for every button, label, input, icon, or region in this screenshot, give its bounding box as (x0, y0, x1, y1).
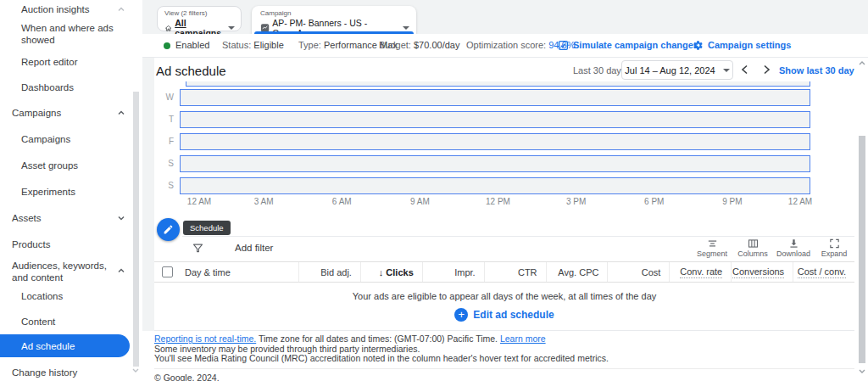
time-axis: 12 AM 3 AM 6 AM 9 AM 12 PM 3 PM 6 PM 9 P… (186, 197, 810, 208)
sidebar-item-when-and-where-ads-showed[interactable]: When and where ads showed (0, 22, 142, 56)
status-field: Status: Eligible (222, 34, 284, 57)
left-navigation: Auction insights When and where ads show… (0, 0, 142, 381)
columns-button[interactable]: Columns (732, 238, 773, 258)
axis-tick: 9 PM (722, 197, 742, 206)
campaign-settings-button[interactable]: Campaign settings (693, 34, 791, 57)
campaign-dropdown[interactable]: Campaign AP- PM- Banners - US - GroupAny (252, 6, 416, 34)
sidebar-section-campaigns[interactable]: Campaigns (0, 107, 142, 133)
columns-icon (747, 238, 760, 249)
sidebar-item-dashboards[interactable]: Dashboards (0, 81, 142, 107)
column-cost[interactable]: Cost (607, 262, 669, 282)
filter-icon[interactable] (192, 242, 204, 255)
next-period-button[interactable] (763, 64, 771, 75)
reporting-link[interactable]: Reporting is not real-time. (154, 333, 256, 344)
column-cost-per-conv[interactable]: Cost / conv. (793, 262, 854, 282)
day-label: W (154, 89, 180, 106)
scroll-up-icon[interactable] (858, 60, 866, 66)
dropdown-caret-icon (403, 26, 409, 30)
sidebar-item-auction-insights[interactable]: Auction insights (0, 3, 142, 22)
axis-tick: 3 PM (566, 197, 586, 206)
sidebar-item-products[interactable]: Products (0, 238, 142, 260)
enabled-status[interactable]: Enabled (164, 34, 209, 57)
download-button[interactable]: Download (773, 238, 814, 258)
copyright: © Google, 2024. (154, 373, 854, 381)
sidebar-section-assets[interactable]: Assets (0, 212, 142, 238)
schedule-bar (180, 155, 810, 172)
sidebar-item-experiments[interactable]: Experiments (0, 186, 142, 212)
schedule-bar (180, 111, 810, 128)
scroll-down-icon[interactable] (131, 367, 140, 373)
chevron-down-icon (117, 214, 125, 221)
column-avg-cpc[interactable]: Avg. CPC (546, 262, 608, 282)
vertical-scrollbar[interactable] (854, 58, 868, 381)
dropdown-caret-icon (228, 26, 235, 30)
footer: Reporting is not real-time. Time zone fo… (154, 334, 854, 381)
gear-icon (693, 40, 704, 51)
column-day-time[interactable]: Day & time (185, 267, 231, 277)
column-conv-rate[interactable]: Conv. rate (669, 262, 731, 282)
axis-tick: 12 AM (788, 197, 812, 206)
footer-line-3: You'll see Media Rating Council (MRC) ac… (154, 354, 854, 364)
sidebar-item-content[interactable]: Content (0, 316, 142, 334)
show-last-30-days-link[interactable]: Show last 30 days (779, 65, 860, 76)
column-ctr[interactable]: CTR (484, 262, 546, 282)
footer-line-1: Reporting is not real-time. Time zone fo… (154, 334, 854, 345)
schedule-bar (180, 133, 810, 150)
column-bid-adj[interactable]: Bid adj. (298, 262, 360, 282)
schedule-tooltip: Schedule (183, 221, 231, 235)
column-impr[interactable]: Impr. (422, 262, 484, 282)
column-conversions[interactable]: Conversions (731, 262, 793, 282)
dropdown-caret-icon (723, 69, 730, 72)
expand-button[interactable]: Expand (814, 238, 854, 258)
clipped-day-bar (186, 81, 810, 87)
edit-ad-schedule-button[interactable]: + Edit ad schedule (454, 308, 554, 322)
axis-tick: 12 PM (486, 197, 510, 206)
day-row: S (154, 177, 810, 194)
add-filter-button[interactable]: Add filter (235, 243, 273, 253)
scroll-down-icon[interactable] (858, 368, 866, 374)
select-all-checkbox[interactable] (162, 266, 173, 277)
download-icon (787, 238, 800, 249)
view-filter-label: View (2 filters) (164, 9, 235, 17)
edit-schedule-fab-button[interactable] (157, 218, 180, 241)
column-clicks-sorted[interactable]: ↓ Clicks (360, 262, 422, 282)
ad-schedule-card: Ad schedule Last 30 days Jul 14 – Aug 12… (154, 58, 854, 331)
campaign-icon (260, 23, 270, 33)
sidebar-item-campaigns[interactable]: Campaigns (0, 133, 142, 160)
date-range-dropdown[interactable]: Jul 14 – Aug 12, 2024 (621, 60, 733, 80)
day-label: S (154, 177, 180, 194)
day-label: T (154, 111, 180, 128)
sort-descending-icon: ↓ (379, 267, 384, 277)
pencil-icon (163, 224, 174, 235)
scrollbar-thumb[interactable] (859, 136, 865, 363)
simulate-campaign-changes-button[interactable]: Simulate campaign changes (558, 34, 698, 57)
axis-tick: 3 AM (254, 197, 274, 206)
expand-icon (828, 238, 841, 249)
sidebar-section-audiences-keywords-content[interactable]: Audiences, keywords, and content (0, 260, 142, 290)
table-header-row: Day & time Bid adj. ↓ Clicks Impr. CTR A… (154, 261, 854, 283)
page-title: Ad schedule (156, 64, 226, 78)
segment-button[interactable]: Segment (692, 238, 732, 258)
axis-tick: 6 PM (644, 197, 664, 206)
campaign-label: Campaign (260, 9, 409, 17)
sidebar-item-locations[interactable]: Locations (0, 290, 142, 316)
day-row: T (154, 111, 810, 128)
date-range-preset: Last 30 days (573, 65, 626, 76)
day-label: F (154, 133, 180, 150)
campaign-status-bar: Enabled Status: Eligible Type: Performan… (142, 34, 868, 58)
previous-period-button[interactable] (741, 64, 748, 75)
empty-state: Your ads are eligible to appear all days… (154, 283, 854, 331)
view-filter-dropdown[interactable]: View (2 filters) All campaigns (157, 6, 242, 31)
day-row: W (154, 89, 810, 106)
sidebar-item-ad-schedule-selected[interactable]: Ad schedule (0, 334, 130, 357)
enabled-dot-icon (164, 42, 170, 49)
budget-field[interactable]: Budget: $70.00/day (379, 34, 459, 57)
sidebar-item-asset-groups[interactable]: Asset groups (0, 160, 142, 186)
sidebar-item-report-editor[interactable]: Report editor (0, 56, 142, 81)
sidebar-scrollbar-thumb[interactable] (133, 92, 139, 367)
learn-more-link[interactable]: Learn more (500, 333, 546, 344)
day-row: F (154, 133, 810, 150)
content-left-gutter (142, 58, 154, 331)
schedule-bar (180, 89, 810, 106)
sidebar-item-change-history[interactable]: Change history (0, 367, 142, 381)
